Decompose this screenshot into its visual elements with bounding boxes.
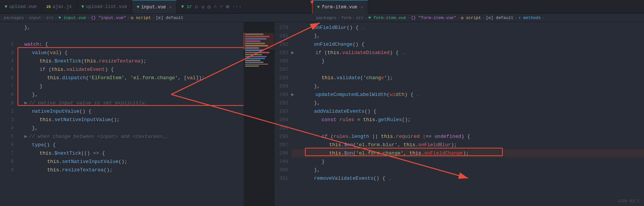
tab-upload-vue[interactable]: ▼ upload.vue: [0, 0, 41, 13]
tab-ajax-js[interactable]: JS ajax.js: [41, 0, 77, 13]
run-icon[interactable]: ▷: [195, 3, 198, 10]
line-numbers-left: 1 3 4 5 6 7 8 9 2 3 4 5 6 7 8 9: [0, 22, 17, 206]
tab-form-item-vue[interactable]: ▼ form-item.vue ✕: [312, 0, 368, 14]
close-tab-button[interactable]: ✕: [169, 5, 172, 10]
tab-label: form-item.vue: [322, 5, 357, 10]
code-content-left: }, watch: { value(val) { this.$nextTick(…: [17, 22, 244, 206]
more-icon[interactable]: ···: [232, 4, 242, 10]
tab-label: upload.vue: [9, 4, 37, 10]
vue-icon: ▼: [81, 4, 84, 10]
tab-upload-list-vue[interactable]: ▼ upload-list.vue: [77, 0, 132, 13]
tab-input-vue[interactable]: ▼ input.vue ✕: [132, 0, 177, 13]
right-breadcrumb: packages › form › src › ▼ form-item.vue …: [312, 15, 644, 20]
fork-icon[interactable]: ⑂: [220, 4, 223, 10]
minimap-left: [244, 22, 274, 206]
vue-icon: ▼: [317, 5, 320, 10]
line-numbers-right: 279 281 282 283 286 287 288 289 290 292 …: [274, 22, 291, 206]
tab-label: input.vue: [141, 5, 166, 10]
toolbar: ▼ ir ▷ ↺ ◎ ⑃ ⑂ ⊞ ···: [177, 0, 246, 13]
branch-icon[interactable]: ▼ ir: [181, 4, 192, 10]
eye-icon[interactable]: ◎: [207, 3, 210, 10]
left-breadcrumb: packages › input › src › ▼ input.vue › {…: [0, 15, 312, 20]
history-icon[interactable]: ↺: [201, 4, 204, 10]
vue-icon: ▼: [5, 4, 7, 10]
tab-label: ajax.js: [53, 4, 72, 10]
tab-label: upload-list.vue: [86, 4, 127, 10]
vue-icon: ▼: [137, 5, 139, 10]
watermark: CSDN @云飞: [618, 198, 639, 204]
merge-icon[interactable]: ⑃: [214, 4, 217, 10]
code-content-right: onFieldBlur() { … }, onFieldChange() { ▶…: [291, 22, 644, 206]
js-icon: JS: [46, 5, 51, 9]
layout-icon[interactable]: ⊞: [226, 3, 229, 10]
close-tab-button[interactable]: ✕: [361, 5, 363, 10]
